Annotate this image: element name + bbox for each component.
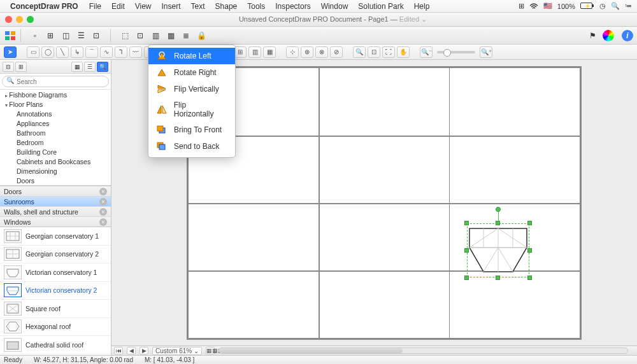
tb-flag-icon[interactable]: ⚑ bbox=[586, 29, 599, 42]
status-battery-icon[interactable]: ⚡ bbox=[580, 3, 594, 10]
menu-edit[interactable]: Edit bbox=[107, 2, 129, 11]
tb2-snap-1[interactable]: ⊹ bbox=[286, 46, 299, 58]
tree-annotations[interactable]: Annotations bbox=[0, 109, 111, 118]
menu-help[interactable]: Help bbox=[410, 2, 434, 11]
rotate-handle[interactable] bbox=[496, 207, 501, 212]
menu-insert[interactable]: Insert bbox=[157, 2, 185, 11]
arc-tool[interactable]: ⌒ bbox=[85, 46, 98, 58]
tb-icon-5[interactable]: ⊡ bbox=[90, 29, 103, 42]
resize-handle[interactable] bbox=[527, 221, 532, 225]
pan-tool[interactable]: ✋ bbox=[397, 46, 410, 58]
tb2-icon-c[interactable]: ⊞ bbox=[234, 46, 247, 58]
drawing-page[interactable] bbox=[187, 66, 582, 340]
close-button[interactable] bbox=[5, 16, 12, 23]
tb-icon-4[interactable]: ☰ bbox=[75, 29, 87, 42]
ctx-flip-vertical[interactable]: Flip Vertically bbox=[148, 81, 235, 97]
shape-hex-roof[interactable]: Hexagonal roof bbox=[0, 318, 111, 337]
shape-georgian-2[interactable]: Georgian conservatory 2 bbox=[0, 246, 111, 264]
menu-inspectors[interactable]: Inspectors bbox=[271, 2, 315, 11]
page-tabs-icon[interactable]: ▦▦▦ bbox=[206, 347, 215, 354]
status-spotlight-icon[interactable]: 🔍 bbox=[611, 2, 620, 10]
resize-handle[interactable] bbox=[496, 221, 500, 225]
status-wifi-icon[interactable] bbox=[529, 3, 538, 10]
selected-shape[interactable] bbox=[467, 223, 529, 277]
menu-text[interactable]: Text bbox=[187, 2, 210, 11]
page-first-icon[interactable]: ⏮ bbox=[114, 347, 123, 354]
stack-windows[interactable]: Windows× bbox=[0, 216, 111, 227]
close-icon[interactable]: × bbox=[99, 208, 107, 216]
tb-arrange-icon[interactable]: ⬚ bbox=[118, 29, 131, 42]
color-picker-icon[interactable] bbox=[603, 30, 614, 41]
sidebar-collapse-icon[interactable]: ⊟ bbox=[3, 62, 14, 72]
ctx-rotate-right[interactable]: Rotate Right bbox=[148, 64, 235, 81]
stack-doors[interactable]: Doors× bbox=[0, 186, 111, 196]
info-icon[interactable]: i bbox=[622, 30, 633, 41]
shape-georgian-1[interactable]: Georgian conservatory 1 bbox=[0, 227, 111, 246]
close-icon[interactable]: × bbox=[99, 218, 107, 226]
ctx-bring-to-front[interactable]: Bring To Front bbox=[148, 122, 235, 138]
document-edited-label[interactable]: Edited ⌄ bbox=[399, 15, 427, 23]
sidebar-search-toggle-icon[interactable]: 🔍 bbox=[97, 62, 108, 72]
shape-victorian-2[interactable]: Victorian conservatory 2 bbox=[0, 282, 111, 300]
tree-bedroom[interactable]: Bedroom bbox=[0, 137, 111, 147]
menu-shape[interactable]: Shape bbox=[211, 2, 242, 11]
tree-dimensioning[interactable]: Dimensioning bbox=[0, 166, 111, 176]
resize-handle[interactable] bbox=[464, 276, 469, 280]
tb-icon-3[interactable]: ◫ bbox=[59, 29, 72, 42]
resize-handle[interactable] bbox=[464, 248, 469, 253]
status-clock-icon[interactable]: ◷ bbox=[599, 2, 606, 10]
menu-window[interactable]: Window bbox=[317, 2, 353, 11]
curve-tool[interactable]: ∿ bbox=[100, 46, 113, 58]
polyline-tool[interactable]: ⅂ bbox=[115, 46, 127, 58]
zoom-slider[interactable] bbox=[437, 51, 475, 53]
tb-icon-1[interactable]: ▫ bbox=[29, 29, 41, 42]
tb-align-icon[interactable]: ▥ bbox=[149, 29, 162, 42]
tb-icon-2[interactable]: ⊞ bbox=[44, 29, 57, 42]
ctx-rotate-left[interactable]: Rotate Left bbox=[148, 48, 235, 64]
tb-layers-icon[interactable]: ≣ bbox=[180, 29, 192, 42]
tree-doors-node[interactable]: Doors bbox=[0, 176, 111, 185]
tree-bathroom[interactable]: Bathroom bbox=[0, 128, 111, 137]
shape-straight-roof[interactable]: Straight solid roof bbox=[0, 354, 111, 356]
zoom-in-button[interactable]: 🔍⁺ bbox=[480, 46, 492, 58]
status-flag-icon[interactable]: 🇺🇸 bbox=[543, 2, 552, 10]
tb-distribute-icon[interactable]: ▦ bbox=[164, 29, 177, 42]
tree-building-core[interactable]: Building Core bbox=[0, 147, 111, 157]
tb2-snap-4[interactable]: ⊘ bbox=[330, 46, 343, 58]
tb-lock-icon[interactable]: 🔒 bbox=[195, 29, 208, 42]
resize-handle[interactable] bbox=[496, 276, 500, 280]
shape-victorian-1[interactable]: Victorian conservatory 1 bbox=[0, 263, 111, 282]
shape-cathedral-roof[interactable]: Cathedral solid roof bbox=[0, 336, 111, 354]
shape-square-roof[interactable]: Square roof bbox=[0, 300, 111, 318]
tb2-icon-e[interactable]: ▦ bbox=[263, 46, 276, 58]
tree-floor-plans[interactable]: Floor Plans bbox=[0, 99, 111, 109]
menu-file[interactable]: File bbox=[85, 2, 106, 11]
spline-tool[interactable]: 〰 bbox=[129, 46, 142, 58]
close-icon[interactable]: × bbox=[99, 188, 107, 195]
page-prev-icon[interactable]: ◀ bbox=[127, 347, 136, 354]
resize-handle[interactable] bbox=[527, 248, 532, 253]
sidebar-expand-icon[interactable]: ⊞ bbox=[15, 62, 27, 72]
menu-view[interactable]: View bbox=[131, 2, 156, 11]
sidebar-view-grid-icon[interactable]: ▦ bbox=[71, 62, 83, 72]
fullscreen-button[interactable] bbox=[27, 16, 34, 23]
pointer-tool[interactable]: ➤ bbox=[4, 46, 17, 58]
ellipse-tool[interactable]: ◯ bbox=[41, 46, 54, 58]
stack-sunrooms[interactable]: Sunrooms× bbox=[0, 196, 111, 206]
tb-group-icon[interactable]: ⊡ bbox=[134, 29, 147, 42]
stack-walls[interactable]: Walls, shell and structure× bbox=[0, 206, 111, 216]
line-tool[interactable]: ╲ bbox=[56, 46, 69, 58]
zoom-readout[interactable]: Custom 61% ⌄ bbox=[152, 347, 202, 355]
tb2-snap-3[interactable]: ⊗ bbox=[315, 46, 328, 58]
h-scrollbar[interactable] bbox=[218, 347, 628, 354]
minimize-button[interactable] bbox=[16, 16, 23, 23]
connector-tool[interactable]: ↳ bbox=[71, 46, 83, 58]
app-name[interactable]: ConceptDraw PRO bbox=[10, 2, 78, 11]
tree-appliances[interactable]: Appliances bbox=[0, 118, 111, 128]
search-input[interactable] bbox=[2, 76, 109, 87]
tb2-snap-2[interactable]: ⊕ bbox=[301, 46, 313, 58]
tree-cabinets[interactable]: Cabinets and Bookcases bbox=[0, 157, 111, 166]
sidebar-view-list-icon[interactable]: ☰ bbox=[84, 62, 96, 72]
close-icon[interactable]: × bbox=[99, 198, 107, 206]
zoom-out-button[interactable]: 🔍⁻ bbox=[420, 46, 433, 58]
